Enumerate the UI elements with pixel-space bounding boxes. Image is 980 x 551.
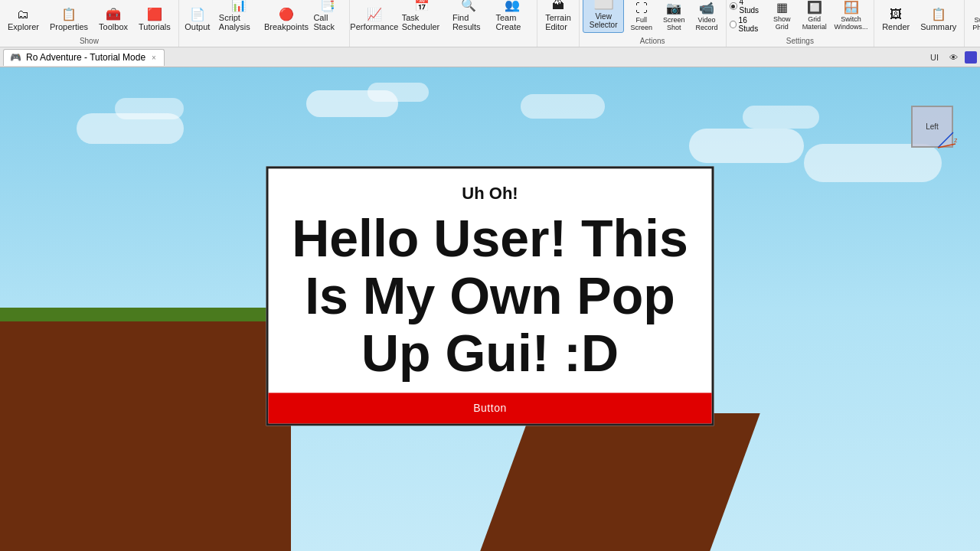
4-studs-radio[interactable] — [730, 2, 737, 10]
svg-text:Z: Z — [954, 137, 957, 144]
cloud-4 — [115, 98, 184, 119]
toolbar-section-settings: 4 Studs 16 Studs ▦ ShowGrid 🔲 GridMateri… — [727, 0, 875, 47]
toolbar-section-render: 🖼 Render 📋 Summary — [874, 0, 965, 47]
properties-button[interactable]: 📋 Properties — [45, 5, 93, 33]
main-tab[interactable]: 🎮 Ro Adventure - Tutorial Mode × — [3, 49, 165, 66]
output-icon: 📄 — [190, 7, 205, 21]
grid-material-button[interactable]: 🔲 GridMaterial — [799, 0, 830, 32]
switch-physics-button[interactable]: ⚙ SwitchPhysics — [968, 0, 980, 33]
find-results-icon: 🔍 — [461, 0, 476, 12]
16-studs-option[interactable]: 16 Studs — [730, 16, 766, 33]
screen-shot-icon: 📷 — [666, 1, 681, 15]
video-record-button[interactable]: 📹 VideoRecord — [691, 0, 723, 33]
tab-close-button[interactable]: × — [150, 54, 158, 62]
toolbar-section-actions: ⬜ ViewSelector ⛶ FullScreen 📷 ScreenShot… — [580, 0, 727, 47]
find-results-button[interactable]: 🔍 Find Results — [448, 0, 489, 33]
team-create-icon: 👥 — [505, 0, 520, 12]
16-studs-radio[interactable] — [730, 21, 737, 28]
viewport-color-button[interactable] — [965, 51, 977, 64]
toolbar-section-debug: 📄 Output 📊 Script Analysis 🔴 Breakpoints… — [179, 0, 350, 47]
view-selector-icon: ⬜ — [593, 0, 614, 11]
toolbox-icon: 🧰 — [106, 7, 121, 21]
task-scheduler-icon: 📅 — [414, 0, 430, 12]
tutorials-icon: 🟥 — [147, 7, 162, 21]
tutorials-button[interactable]: 🟥 Tutorials — [134, 5, 175, 33]
performance-icon: 📈 — [367, 7, 382, 21]
main-viewport: Left Z Uh Oh! Hello User! This Is My Own… — [0, 67, 980, 551]
terrain-left — [0, 321, 291, 551]
toolbar-section-tools: 📈 Performance 📅 Task Scheduler 🔍 Find Re… — [350, 0, 537, 47]
switch-windows-icon: 🪟 — [844, 0, 859, 15]
show-grid-icon: ▦ — [776, 0, 788, 15]
eye-toggle-button[interactable]: 👁 — [946, 51, 962, 64]
script-analysis-icon: 📊 — [231, 0, 247, 12]
tab-game-icon: 🎮 — [10, 52, 21, 63]
screen-shot-button[interactable]: 📷 ScreenShot — [658, 0, 690, 33]
toolbar-section-show: 🗂 Explorer 📋 Properties 🧰 Toolbox 🟥 Tuto… — [0, 0, 179, 47]
toolbar: 🗂 Explorer 📋 Properties 🧰 Toolbox 🟥 Tuto… — [0, 0, 980, 47]
call-stack-icon: 📑 — [320, 0, 335, 12]
terrain-editor-icon: 🏔 — [552, 0, 564, 12]
breakpoints-icon: 🔴 — [279, 7, 294, 21]
render-button[interactable]: 🖼 Render — [877, 6, 914, 33]
script-analysis-button[interactable]: 📊 Script Analysis — [214, 0, 264, 33]
output-button[interactable]: 📄 Output — [182, 5, 213, 33]
render-icon: 🖼 — [890, 8, 902, 21]
terrain-editor-button[interactable]: 🏔 Terrain Editor — [541, 0, 576, 33]
tab-label: Ro Adventure - Tutorial Mode — [26, 52, 145, 63]
grid-material-icon: 🔲 — [807, 0, 822, 15]
properties-icon: 📋 — [61, 7, 77, 21]
explorer-icon: 🗂 — [17, 8, 29, 21]
popup-content: Uh Oh! Hello User! This Is My Own Pop Up… — [269, 168, 712, 393]
toolbox-button[interactable]: 🧰 Toolbox — [94, 5, 132, 33]
explorer-button[interactable]: 🗂 Explorer — [3, 6, 44, 33]
cloud-8 — [521, 94, 605, 119]
summary-icon: 📋 — [931, 7, 946, 21]
view-selector-button[interactable]: ⬜ ViewSelector — [583, 0, 625, 33]
tabbar: 🎮 Ro Adventure - Tutorial Mode × UI 👁 — [0, 47, 980, 67]
cloud-2 — [368, 83, 429, 102]
cloud-6 — [743, 106, 819, 129]
4-studs-option[interactable]: 4 Studs — [730, 0, 766, 15]
ui-toggle-button[interactable]: UI — [926, 51, 942, 64]
popup-button[interactable]: Button — [269, 393, 712, 424]
team-create-button[interactable]: 👥 Team Create — [491, 0, 534, 33]
switch-windows-button[interactable]: 🪟 SwitchWindows... — [831, 0, 871, 32]
toolbar-section-stats: ⚙ SwitchPhysics ⊖ Stats — [965, 0, 980, 47]
studs-group: 4 Studs 16 Studs — [730, 0, 766, 33]
call-stack-button[interactable]: 📑 Call Stack — [309, 0, 346, 33]
popup-subtitle: Uh Oh! — [292, 184, 689, 204]
popup-dialog: Uh Oh! Hello User! This Is My Own Pop Up… — [266, 166, 714, 425]
compass-axes: Z — [934, 129, 957, 152]
full-screen-button[interactable]: ⛶ FullScreen — [626, 0, 657, 33]
compass-widget: Left Z — [911, 106, 957, 152]
full-screen-icon: ⛶ — [635, 2, 648, 15]
popup-title: Hello User! This Is My Own Pop Up Gui! :… — [292, 210, 689, 381]
terrain-left-grass — [0, 308, 291, 321]
show-grid-button[interactable]: ▦ ShowGrid — [766, 0, 797, 32]
breakpoints-button[interactable]: 🔴 Breakpoints — [266, 5, 308, 33]
video-record-icon: 📹 — [699, 1, 714, 15]
toolbar-section-terrain: 🏔 Terrain Editor — [537, 0, 580, 47]
cloud-5 — [689, 129, 804, 163]
summary-button[interactable]: 📋 Summary — [916, 5, 961, 33]
task-scheduler-button[interactable]: 📅 Task Scheduler — [397, 0, 446, 33]
performance-button[interactable]: 📈 Performance — [353, 5, 396, 33]
